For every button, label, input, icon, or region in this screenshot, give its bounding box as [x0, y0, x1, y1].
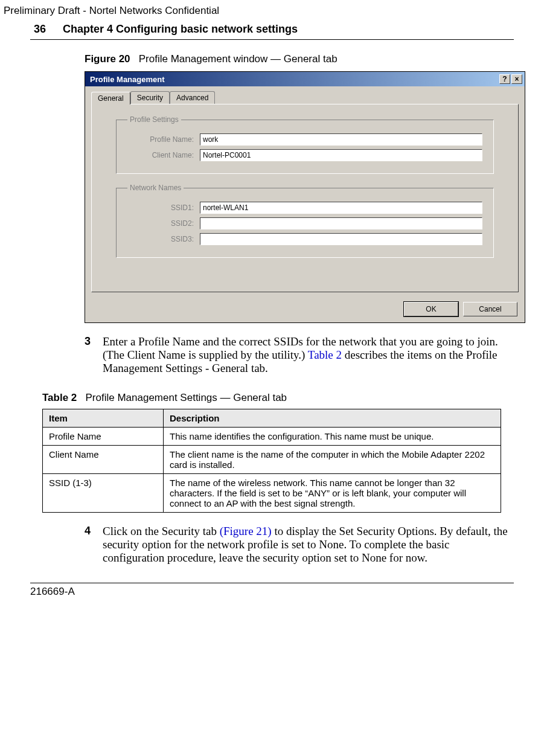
tab-security[interactable]: Security	[130, 91, 170, 104]
titlebar-title: Profile Management	[90, 75, 498, 84]
network-names-group: Network Names SSID1: SSID2: SSID3:	[116, 184, 494, 258]
dialog-button-row: OK Cancel	[85, 298, 525, 322]
doc-id: 216669-A	[30, 586, 75, 597]
client-name-label: Client Name:	[127, 151, 200, 159]
step-3: 3 Enter a Profile Name and the correct S…	[85, 335, 514, 375]
ssid1-input[interactable]	[200, 202, 482, 214]
profile-settings-legend: Profile Settings	[127, 115, 181, 124]
ssid3-label: SSID3:	[127, 235, 200, 243]
chapter-header: 36 Chapter 4 Configuring basic network s…	[30, 17, 514, 40]
chapter-title: Chapter 4 Configuring basic network sett…	[63, 23, 298, 36]
ssid3-input[interactable]	[200, 233, 482, 245]
table-row: Profile Name This name identifies the co…	[43, 428, 501, 446]
client-name-input[interactable]	[200, 149, 482, 161]
table-caption-text: Profile Management Settings — General ta…	[86, 392, 287, 403]
tab-general[interactable]: General	[91, 92, 130, 104]
cell-item: Client Name	[43, 446, 164, 474]
th-item: Item	[43, 409, 164, 428]
titlebar: Profile Management ? ×	[85, 72, 525, 86]
cell-description: The client name is the name of the compu…	[164, 446, 501, 474]
page-number: 36	[34, 23, 46, 36]
step-4-text: Click on the Security tab (Figure 21) to…	[103, 525, 514, 565]
step-4-number: 4	[85, 525, 91, 565]
cell-item: Profile Name	[43, 428, 164, 446]
table-row: Client Name The client name is the name …	[43, 446, 501, 474]
table-row: SSID (1-3) The name of the wireless netw…	[43, 474, 501, 513]
step-4-text-a: Click on the Security tab	[103, 525, 220, 537]
profile-management-dialog: Profile Management ? × General Security …	[85, 71, 525, 323]
profile-name-label: Profile Name:	[127, 135, 200, 144]
figure-label: Figure 20	[85, 53, 130, 65]
ssid2-input[interactable]	[200, 217, 482, 229]
settings-table: Item Description Profile Name This name …	[42, 409, 501, 513]
close-button[interactable]: ×	[511, 74, 522, 84]
table-2-link[interactable]: Table 2	[308, 348, 342, 361]
tab-row: General Security Advanced	[85, 86, 525, 104]
step-3-text: Enter a Profile Name and the correct SSI…	[103, 335, 514, 375]
network-names-legend: Network Names	[127, 184, 184, 192]
step-3-number: 3	[85, 335, 91, 375]
cell-item: SSID (1-3)	[43, 474, 164, 513]
th-description: Description	[164, 409, 501, 428]
cell-description: This name identifies the configuration. …	[164, 428, 501, 446]
help-button[interactable]: ?	[499, 74, 510, 84]
ssid1-label: SSID1:	[127, 203, 200, 212]
preliminary-notice: Preliminary Draft - Nortel Networks Conf…	[0, 0, 544, 17]
ssid2-label: SSID2:	[127, 219, 200, 228]
cancel-button[interactable]: Cancel	[463, 302, 517, 316]
figure-caption-text: Profile Management window — General tab	[139, 53, 338, 65]
ok-button[interactable]: OK	[404, 302, 458, 316]
tab-panel-general: Profile Settings Profile Name: Client Na…	[91, 104, 519, 292]
cell-description: The name of the wireless network. This n…	[164, 474, 501, 513]
figure-caption: Figure 20 Profile Management window — Ge…	[85, 53, 514, 65]
figure-21-link[interactable]: (Figure 21)	[220, 525, 272, 537]
table-caption: Table 2 Profile Management Settings — Ge…	[42, 392, 514, 404]
step-4: 4 Click on the Security tab (Figure 21) …	[85, 525, 514, 565]
tab-advanced[interactable]: Advanced	[170, 91, 215, 104]
profile-name-input[interactable]	[200, 133, 482, 146]
table-label: Table 2	[42, 392, 77, 403]
footer: 216669-A	[30, 583, 514, 598]
profile-settings-group: Profile Settings Profile Name: Client Na…	[116, 115, 494, 174]
